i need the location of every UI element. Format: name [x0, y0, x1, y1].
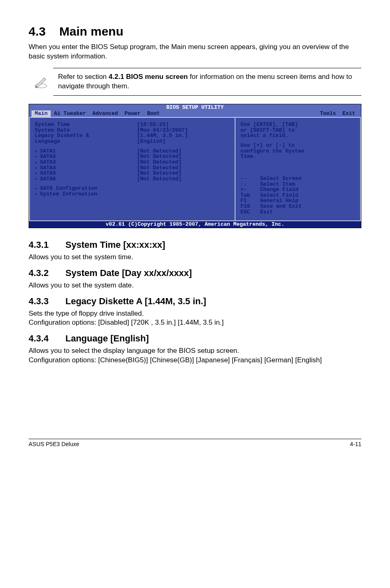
bios-row-sata6[interactable]: SATA6[Not Detected] [35, 176, 230, 182]
bios-row-legacy-diskette[interactable]: Legacy Diskette A[1.44M, 3.5 in.] [35, 133, 230, 139]
bios-key-change-field: +-Change Field [240, 187, 355, 193]
page-footer: ASUS P5E3 Deluxe 4-11 [29, 439, 361, 447]
bios-key-general-help: F1General Help [240, 198, 355, 204]
section-number: 4.3 [29, 25, 46, 38]
bios-key-select-item: ↑↓Select Item [240, 182, 355, 187]
bios-key-exit: ESCExit [240, 209, 355, 215]
bios-body: System Time[10:55:25] System Date[Mon 04… [29, 117, 361, 221]
bios-title: BIOS SETUP UTILITY [29, 104, 361, 111]
bios-left-pane: System Time[10:55:25] System Date[Mon 04… [29, 117, 235, 221]
note-bold: 4.2.1 BIOS menu screen [109, 73, 188, 81]
bios-footer: v02.61 (C)Copyright 1985-2007, American … [29, 221, 361, 228]
bios-tab-exit[interactable]: Exit [339, 110, 359, 117]
bios-tab-aitweaker[interactable]: Ai Tweaker [51, 110, 89, 117]
subsection-body-434a: Allows you to select the display languag… [29, 346, 361, 356]
pencil-icon [29, 74, 53, 90]
bios-submenu-sata-config[interactable]: SATA Configuration [35, 186, 230, 191]
subsection-body-431: Allows you to set the system time. [29, 253, 361, 262]
bios-key-legend: ←→Select Screen ↑↓Select Item +-Change F… [240, 176, 355, 215]
footer-right: 4-11 [350, 441, 361, 447]
bios-row-language[interactable]: Language[English] [35, 139, 230, 144]
subsection-body-434b: Configuration options: [Chinese(BIG5)] [… [29, 356, 361, 365]
subsection-heading-432: 4.3.2System Date [Day xx/xx/xxxx] [29, 268, 361, 278]
bios-key-select-field: TabSelect Field [240, 193, 355, 198]
note-text: Refer to section 4.2.1 BIOS menu screen … [53, 68, 361, 96]
bios-row-system-date[interactable]: System Date[Mon 04/23/2007] [35, 128, 230, 133]
bios-tab-advanced[interactable]: Advanced [89, 110, 121, 117]
bios-tab-boot[interactable]: Boot [144, 110, 163, 117]
note-block: Refer to section 4.2.1 BIOS menu screen … [29, 68, 361, 96]
bios-help-mid: Use [+] or [-] to configure the System T… [240, 143, 355, 159]
bios-row-sata5[interactable]: SATA5[Not Detected] [35, 171, 230, 176]
intro-paragraph: When you enter the BIOS Setup program, t… [29, 43, 361, 61]
subsection-body-433a: Sets the type of floppy drive installed. [29, 309, 361, 319]
bios-key-select-screen: ←→Select Screen [240, 176, 355, 182]
subsection-body-433b: Configuration options: [Disabled] [720K … [29, 318, 361, 328]
bios-row-system-time[interactable]: System Time[10:55:25] [35, 122, 230, 128]
bios-help-top: Use [ENTER], [TAB] or [SHIFT-TAB] to sel… [240, 122, 355, 139]
bios-tab-main[interactable]: Main [31, 110, 51, 117]
bios-right-pane: Use [ENTER], [TAB] or [SHIFT-TAB] to sel… [235, 117, 361, 221]
page: 4.3 Main menu When you enter the BIOS Se… [0, 0, 390, 460]
subsection-heading-434: 4.3.4Language [English] [29, 333, 361, 344]
bios-tab-power[interactable]: Power [121, 110, 144, 117]
subsection-heading-431: 4.3.1System Time [xx:xx:xx] [29, 240, 361, 250]
bios-row-sata3[interactable]: SATA3[Not Detected] [35, 159, 230, 165]
bios-submenu-system-info[interactable]: System Information [35, 191, 230, 197]
bios-screenshot: BIOS SETUP UTILITY Main Ai Tweaker Advan… [29, 104, 361, 228]
bios-row-sata2[interactable]: SATA2[Not Detected] [35, 154, 230, 159]
subsection-heading-433: 4.3.3Legacy Diskette A [1.44M, 3.5 in.] [29, 296, 361, 307]
note-prefix: Refer to section [58, 73, 109, 81]
section-heading: 4.3 Main menu [29, 25, 361, 38]
footer-left: ASUS P5E3 Deluxe [29, 441, 79, 447]
bios-key-save-exit: F10Save and Exit [240, 204, 355, 209]
bios-tab-bar: Main Ai Tweaker Advanced Power Boot Tool… [29, 110, 361, 117]
bios-row-sata4[interactable]: SATA4[Not Detected] [35, 165, 230, 171]
section-title-text: Main menu [59, 25, 123, 38]
bios-row-sata1[interactable]: SATA1[Not Detected] [35, 148, 230, 154]
subsection-body-432: Allows you to set the system date. [29, 281, 361, 290]
bios-tab-tools[interactable]: Tools [317, 110, 339, 117]
svg-marker-1 [36, 78, 46, 88]
